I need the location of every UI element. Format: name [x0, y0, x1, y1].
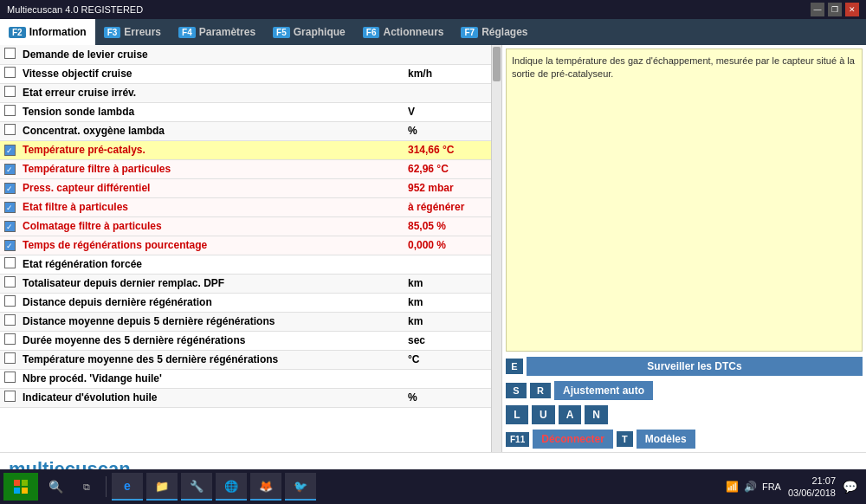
row-checkbox-11[interactable]: [4, 257, 16, 268]
svg-rect-1: [22, 480, 28, 486]
row-value: 314,66 °C: [404, 140, 491, 159]
folder-taskbar-btn[interactable]: 📁: [146, 473, 178, 501]
row-checkbox-5[interactable]: ✓: [4, 145, 16, 156]
row-label: Totalisateur depuis dernier remplac. DPF: [19, 274, 404, 293]
btn-n[interactable]: N: [585, 405, 608, 424]
row-label: Vitesse objectif cruise: [19, 64, 404, 83]
row-checkbox-16[interactable]: [4, 352, 16, 364]
table-row: Totalisateur depuis dernier remplac. DPF…: [0, 274, 491, 293]
row-value: sec: [404, 331, 491, 350]
ajustement-row: S R Ajustement auto: [506, 381, 863, 400]
tab-information-label: Information: [29, 26, 87, 38]
right-buttons: E Surveiller les DTCs S R Ajustement aut…: [506, 357, 863, 449]
app2-taskbar-btn[interactable]: 🌐: [216, 473, 247, 501]
tab-erreurs-label: Erreurs: [124, 26, 161, 38]
app1-taskbar-btn[interactable]: 🔧: [181, 473, 212, 501]
row-value: km: [404, 312, 491, 331]
tab-information[interactable]: F2 Information: [0, 19, 95, 45]
left-panel: Demande de levier cruiseVitesse objectif…: [0, 45, 502, 452]
row-label: Température pré-catalys.: [19, 140, 404, 159]
table-row: ✓Temps de régénérations pourcentage0,000…: [0, 236, 491, 255]
tab-parametres[interactable]: F4 Paramètres: [170, 19, 264, 45]
row-checkbox-17[interactable]: [4, 372, 16, 383]
row-checkbox-7[interactable]: ✓: [4, 183, 16, 194]
row-value: km: [404, 274, 491, 293]
table-row: Distance depuis dernière régénérationkm: [0, 293, 491, 312]
table-row: Tension sonde lambdaV: [0, 102, 491, 121]
btn-t[interactable]: T: [617, 431, 633, 447]
task-view-btn[interactable]: ⧉: [73, 473, 100, 501]
volume-icon: 🔊: [744, 481, 757, 493]
row-checkbox-4[interactable]: [4, 124, 16, 135]
date-display: 03/06/2018: [788, 487, 836, 499]
tab-reglages[interactable]: F7 Réglages: [452, 19, 536, 45]
row-checkbox-8[interactable]: ✓: [4, 202, 16, 213]
row-checkbox-2[interactable]: [4, 86, 16, 97]
maximize-button[interactable]: ❐: [828, 3, 842, 16]
row-checkbox-9[interactable]: ✓: [4, 221, 16, 232]
row-label: Durée moyenne des 5 dernière régénératio…: [19, 331, 404, 350]
row-checkbox-1[interactable]: [4, 67, 16, 78]
table-row: ✓Etat filtre à particulesà régénérer: [0, 197, 491, 216]
row-checkbox-6[interactable]: ✓: [4, 164, 16, 175]
row-label: Température moyenne des 5 dernière régén…: [19, 350, 404, 369]
btn-a[interactable]: A: [559, 405, 582, 424]
ajustement-auto-button[interactable]: Ajustement auto: [554, 381, 653, 400]
row-checkbox-14[interactable]: [4, 314, 16, 326]
letter-row: L U A N: [506, 405, 863, 424]
scrollbar-thumb[interactable]: [493, 47, 501, 81]
app3-taskbar-btn[interactable]: 🦊: [250, 473, 281, 501]
fkey-f3: F3: [104, 27, 121, 38]
deconnecter-row: F11 Déconnecter T Modèles: [506, 430, 863, 449]
close-button[interactable]: ✕: [845, 3, 859, 16]
btn-f11[interactable]: F11: [506, 432, 529, 447]
start-button[interactable]: [3, 473, 38, 501]
clock: 21:07 03/06/2018: [788, 475, 836, 500]
row-label: Press. capteur différentiel: [19, 178, 404, 197]
row-checkbox-10[interactable]: ✓: [4, 240, 16, 251]
row-checkbox-0[interactable]: [4, 48, 16, 59]
tab-parametres-label: Paramètres: [199, 26, 255, 38]
vertical-scrollbar[interactable]: [491, 45, 501, 452]
btn-e-surveiller[interactable]: E: [506, 359, 523, 374]
btn-r[interactable]: R: [530, 383, 551, 398]
row-value: [404, 45, 491, 64]
row-checkbox-12[interactable]: [4, 276, 16, 288]
table-container: Demande de levier cruiseVitesse objectif…: [0, 45, 501, 452]
table-row: Température moyenne des 5 dernière régén…: [0, 350, 491, 369]
tab-reglages-label: Réglages: [481, 26, 527, 38]
row-value: [404, 255, 491, 274]
tab-erreurs[interactable]: F3 Erreurs: [95, 19, 170, 45]
btn-u[interactable]: U: [532, 405, 555, 424]
modeles-button[interactable]: Modèles: [637, 430, 695, 449]
fkey-f6: F6: [363, 27, 380, 38]
tab-actionneurs[interactable]: F6 Actionneurs: [354, 19, 453, 45]
row-checkbox-3[interactable]: [4, 105, 16, 116]
row-value: %: [404, 388, 491, 407]
letter-buttons: L U A N: [506, 405, 608, 424]
tab-graphique[interactable]: F5 Graphique: [264, 19, 354, 45]
info-box: Indique la température des gaz d'échappe…: [506, 48, 863, 352]
row-value: km: [404, 293, 491, 312]
row-checkbox-18[interactable]: [4, 391, 16, 402]
deconnecter-button[interactable]: Déconnecter: [533, 430, 613, 449]
row-checkbox-15[interactable]: [4, 333, 16, 345]
minimize-button[interactable]: —: [811, 3, 824, 16]
btn-s[interactable]: S: [506, 383, 527, 398]
fkey-f4: F4: [178, 27, 196, 38]
search-taskbar-btn[interactable]: 🔍: [42, 473, 69, 501]
row-value: °C: [404, 350, 491, 369]
surveiller-dtcs-button[interactable]: Surveiller les DTCs: [527, 357, 863, 376]
app4-taskbar-btn[interactable]: 🐦: [285, 473, 316, 501]
ie-taskbar-btn[interactable]: e: [112, 473, 143, 501]
tab-actionneurs-label: Actionneurs: [383, 26, 443, 38]
row-label: Etat erreur cruise irrév.: [19, 83, 404, 102]
row-label: Demande de levier cruise: [19, 45, 404, 64]
row-checkbox-13[interactable]: [4, 295, 16, 307]
table-row: Etat erreur cruise irrév.: [0, 83, 491, 102]
row-label: Nbre procéd. 'Vidange huile': [19, 369, 404, 388]
btn-l[interactable]: L: [506, 405, 528, 424]
taskbar-separator: [106, 476, 107, 497]
table-row: Etat régénération forcée: [0, 255, 491, 274]
notification-btn[interactable]: 💬: [843, 480, 857, 494]
